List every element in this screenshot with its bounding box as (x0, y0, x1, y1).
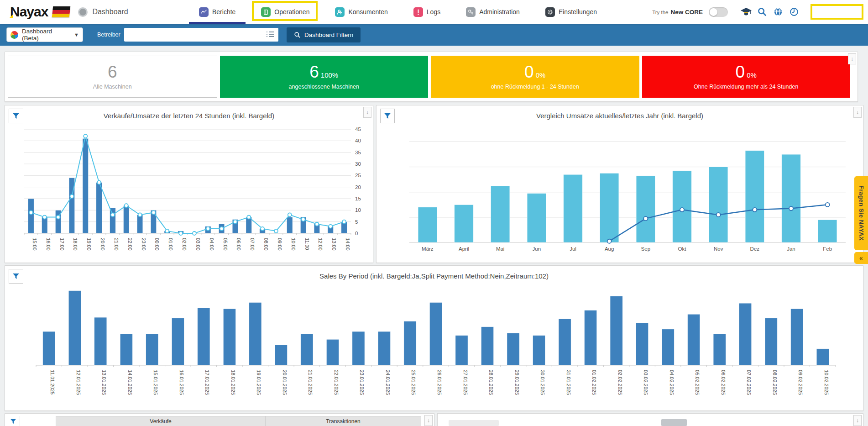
tab-administration[interactable]: Administration (464, 0, 522, 24)
panel-collapse-arrow-icon[interactable]: ↓ (853, 415, 862, 426)
logo-area: Nayax Dashboard (8, 0, 128, 24)
svg-text:Aug: Aug (605, 246, 614, 252)
sales-by-period-panel: Sales By Period (inkl. Bargeld:Ja,Split … (5, 265, 863, 411)
svg-text:Okt: Okt (678, 246, 687, 252)
svg-text:07:00: 07:00 (250, 238, 255, 251)
svg-text:25.01.2025: 25.01.2025 (411, 370, 416, 395)
list-icon[interactable] (267, 31, 274, 39)
tab-operationen[interactable]: Operationen (259, 0, 311, 24)
svg-text:14:00: 14:00 (345, 238, 350, 251)
kpi-card-ohne-rückmeldung-mehr-als-24-stunden[interactable]: 00%Ohne Rückmeldung mehr als 24 Stunden (642, 56, 851, 98)
svg-text:05.02.2025: 05.02.2025 (695, 370, 700, 395)
kpi-card-ohne-rückmeldung-1-24-stunden[interactable]: 00%ohne Rückmeldung 1 - 24 Stunden (431, 56, 639, 98)
svg-text:15.01.2025: 15.01.2025 (153, 370, 158, 395)
ask-nayax-chat-tab[interactable]: Fragen Sie NAYAX (854, 176, 868, 250)
year-comparison-chart: MärzAprilMaiJunJulAugSepOktNovDezJanFeb (376, 126, 862, 260)
core-toggle[interactable] (709, 7, 728, 17)
svg-text:45: 45 (355, 126, 361, 132)
kpi-percent: 0% (536, 71, 546, 79)
dashboard-select-label: Dashboard (Beta) (22, 28, 70, 42)
svg-text:20.01.2025: 20.01.2025 (282, 370, 288, 395)
tab-label: Administration (479, 8, 520, 16)
kpi-label: ohne Rückmeldung 1 - 24 Stunden (491, 84, 579, 90)
try-new-core-label: Try the New CORE (652, 9, 703, 16)
kpi-label: angeschlossene Maschinen (289, 84, 359, 90)
svg-text:09:00: 09:00 (277, 238, 282, 251)
svg-text:13:00: 13:00 (331, 238, 337, 251)
kpi-value: 0 (524, 63, 534, 80)
chat-collapse-button[interactable]: « (854, 252, 868, 264)
key-icon (466, 7, 476, 17)
kpi-value-row: 00% (524, 63, 545, 80)
svg-text:27.01.2025: 27.01.2025 (463, 370, 468, 395)
svg-text:Nov: Nov (714, 246, 723, 252)
funnel-icon (10, 418, 17, 425)
chart-filter-button[interactable] (7, 416, 20, 426)
svg-text:18.01.2025: 18.01.2025 (230, 370, 236, 395)
chat-tab-label: Fragen Sie NAYAX (858, 185, 865, 241)
svg-text:21:00: 21:00 (114, 238, 119, 251)
svg-text:10: 10 (355, 207, 361, 213)
svg-text:11.01.2025: 11.01.2025 (50, 370, 55, 394)
svg-text:16.01.2025: 16.01.2025 (179, 370, 184, 395)
betreiber-input[interactable] (124, 28, 278, 42)
academy-icon[interactable] (740, 6, 752, 18)
panel-collapse-arrow-icon[interactable]: ↓ (363, 107, 371, 118)
svg-text:04:00: 04:00 (209, 238, 214, 251)
svg-text:40: 40 (355, 138, 361, 143)
panel-collapse-arrow-icon[interactable]: ↓ (848, 53, 856, 64)
svg-text:Jun: Jun (533, 246, 541, 252)
svg-text:17.01.2025: 17.01.2025 (204, 370, 210, 395)
chevron-down-icon: ▼ (74, 32, 79, 37)
tab-berichte[interactable]: Berichte (197, 0, 237, 24)
dashboard-filter-button[interactable]: Dashboard Filtern (287, 27, 361, 42)
globe-icon[interactable] (772, 6, 784, 18)
panel-collapse-arrow-icon[interactable]: ↓ (424, 415, 433, 426)
sales-24h-chart: 05101520253035404515:0016:0017:0018:0019… (5, 126, 372, 260)
table-header-row: Verkäufe Transaktionen (7, 416, 424, 426)
filter-toolbar: Dashboard (Beta) ▼ Betreiber Dashboard F… (0, 24, 868, 46)
partial-element (449, 420, 499, 426)
action-icons (740, 6, 800, 18)
chart-title: Verkäufe/Umsätze der letzten 24 Stunden … (5, 112, 373, 120)
svg-text:07.02.2025: 07.02.2025 (746, 370, 752, 395)
chart-svg: MärzAprilMaiJunJulAugSepOktNovDezJanFeb (376, 126, 862, 260)
tab-logs[interactable]: Logs (412, 0, 442, 24)
svg-text:08.02.2025: 08.02.2025 (772, 370, 778, 395)
column-header-verkaeufe[interactable]: Verkäufe (56, 416, 266, 426)
svg-text:31.01.2025: 31.01.2025 (566, 370, 571, 395)
svg-text:20:00: 20:00 (100, 238, 105, 251)
kpi-card-angeschlossene-maschinen[interactable]: 6100%angeschlossene Maschinen (220, 56, 429, 98)
panel-collapse-arrow-icon[interactable]: ↓ (853, 107, 862, 118)
svg-text:17:00: 17:00 (59, 238, 65, 251)
svg-text:29.01.2025: 29.01.2025 (514, 370, 520, 395)
sales-last-24h-panel: Verkäufe/Umsätze der letzten 24 Stunden … (5, 105, 373, 263)
svg-text:00:00: 00:00 (154, 238, 160, 251)
search-icon[interactable] (756, 6, 768, 18)
svg-text:10.02.2025: 10.02.2025 (824, 370, 829, 395)
page-title: Dashboard (92, 8, 128, 16)
dashboard-page-icon (78, 7, 88, 17)
svg-text:13.01.2025: 13.01.2025 (101, 370, 107, 395)
year-comparison-panel: Vergleich Umsätze aktuelles/letztes Jahr… (376, 105, 863, 263)
kpi-percent: 0% (747, 71, 757, 79)
dashboard-select[interactable]: Dashboard (Beta) ▼ (6, 27, 83, 42)
column-header-transaktionen[interactable]: Transaktionen (265, 416, 421, 426)
svg-text:35: 35 (355, 150, 361, 155)
chart-line-icon (199, 7, 209, 17)
nayax-logo[interactable]: Nayax (8, 4, 48, 20)
table-spacer (20, 416, 56, 426)
svg-text:26.01.2025: 26.01.2025 (437, 370, 442, 395)
kpi-card-alle-maschinen[interactable]: 6Alle Maschinen (8, 56, 217, 98)
chart-title: Sales By Period (inkl. Bargeld:Ja,Split … (5, 272, 863, 280)
sales-by-period-chart: 11.01.202512.01.202513.01.202514.01.2025… (5, 283, 862, 408)
kpi-value-row: 6100% (309, 63, 338, 80)
svg-text:09.02.2025: 09.02.2025 (798, 370, 803, 395)
clock-icon[interactable] (788, 6, 800, 18)
chart-svg: 11.01.202512.01.202513.01.202514.01.2025… (5, 283, 862, 408)
tab-konsumenten[interactable]: Konsumenten (333, 0, 389, 24)
svg-text:16:00: 16:00 (46, 238, 51, 251)
svg-text:Jan: Jan (787, 246, 795, 252)
tab-einstellungen[interactable]: Einstellungen (544, 0, 599, 24)
svg-text:15:00: 15:00 (32, 238, 37, 251)
